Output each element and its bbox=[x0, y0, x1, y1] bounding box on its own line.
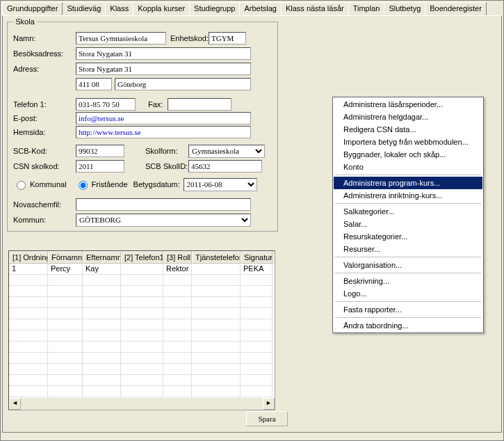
cell bbox=[192, 319, 241, 330]
tab-klass[interactable]: Klass bbox=[105, 2, 133, 15]
cell bbox=[121, 386, 163, 397]
school-settings-window: GrunduppgifterStudievägKlassKoppla kurse… bbox=[0, 0, 504, 441]
table-row[interactable] bbox=[9, 286, 275, 297]
label-scbkod: SCB-Kod: bbox=[13, 147, 76, 155]
cell: Percy bbox=[48, 264, 83, 275]
scroll-left-button[interactable]: ◄ bbox=[9, 398, 21, 410]
cell bbox=[163, 286, 192, 297]
table-row[interactable] bbox=[9, 308, 275, 319]
col-header[interactable]: [3] Roll bbox=[163, 251, 192, 264]
cell bbox=[241, 319, 273, 330]
menu-item[interactable]: Fasta rapporter... bbox=[334, 303, 482, 316]
menu-item[interactable]: Redigera CSN data... bbox=[334, 123, 482, 136]
menu-item[interactable]: Administrera program-kurs... bbox=[334, 177, 482, 189]
col-header[interactable]: Signatur bbox=[241, 251, 273, 264]
label-hemsida: Hemsida: bbox=[13, 128, 76, 136]
table-row[interactable] bbox=[9, 375, 275, 386]
betygsdatum-select[interactable]: 2011-06-08 bbox=[184, 178, 257, 191]
cell bbox=[48, 353, 83, 364]
menu-item[interactable]: Salkategorier... bbox=[334, 205, 482, 218]
scbskolid-field[interactable] bbox=[188, 160, 262, 173]
besoksadress-field[interactable] bbox=[76, 47, 251, 60]
ort-field[interactable] bbox=[115, 78, 251, 90]
csn-field[interactable] bbox=[76, 160, 124, 173]
tab-koppla-kurser[interactable]: Koppla kurser bbox=[133, 2, 190, 15]
kommun-select[interactable]: GÖTEBORG bbox=[76, 214, 251, 227]
table-row[interactable] bbox=[9, 386, 275, 397]
tab-klass-n-sta-l-s-r[interactable]: Klass nästa läsår bbox=[281, 2, 349, 15]
menu-item[interactable]: Importera betyg från webbmodulen... bbox=[334, 136, 482, 148]
cell bbox=[121, 297, 163, 308]
cell bbox=[192, 330, 241, 342]
menu-item[interactable]: Valorganisation... bbox=[334, 259, 482, 271]
telefon1-field[interactable] bbox=[76, 98, 136, 111]
cell bbox=[241, 342, 273, 353]
scroll-track[interactable] bbox=[21, 398, 263, 410]
cell bbox=[9, 364, 48, 375]
table-row[interactable] bbox=[9, 353, 275, 364]
cell bbox=[121, 286, 163, 297]
cell bbox=[241, 375, 273, 386]
menu-item[interactable]: Logo... bbox=[334, 287, 482, 300]
menu-item[interactable]: Administrera läsårsperioder... bbox=[334, 98, 482, 111]
novaschemfil-field[interactable] bbox=[76, 198, 251, 211]
col-header[interactable]: Tjänstetelefon bbox=[192, 251, 241, 264]
tab-arbetslag[interactable]: Arbetslag bbox=[239, 2, 281, 15]
menu-item[interactable]: Salar... bbox=[334, 218, 482, 230]
postnr-field[interactable] bbox=[76, 78, 112, 90]
cell bbox=[241, 297, 273, 308]
table-row[interactable] bbox=[9, 319, 275, 330]
radio-kommunal[interactable]: Kommunal bbox=[13, 179, 67, 190]
table-row[interactable] bbox=[9, 275, 275, 286]
scroll-right-button[interactable]: ► bbox=[263, 398, 275, 410]
table-header: [1] OrdningFörnamnEfternamn[2] Telefon1[… bbox=[9, 251, 275, 264]
cell bbox=[9, 386, 48, 397]
col-header[interactable]: [1] Ordning bbox=[9, 251, 48, 264]
tab-slutbetyg[interactable]: Slutbetyg bbox=[384, 2, 425, 15]
cell bbox=[48, 297, 83, 308]
menu-item[interactable]: Ändra tabordning... bbox=[334, 319, 482, 332]
radio-fristaende[interactable]: Fristående bbox=[75, 179, 128, 190]
menu-item[interactable]: Resurskategorier... bbox=[334, 230, 482, 243]
fax-field[interactable] bbox=[168, 98, 231, 111]
skolform-select[interactable]: Gymnasieskola bbox=[188, 145, 265, 158]
cell bbox=[121, 364, 163, 375]
tab-boenderegister[interactable]: Boenderegister bbox=[425, 2, 487, 15]
tab-grunduppgifter[interactable]: Grunduppgifter bbox=[2, 2, 63, 15]
menu-item[interactable]: Resurser... bbox=[334, 243, 482, 255]
table-row[interactable] bbox=[9, 364, 275, 375]
menu-item[interactable]: Administrera inriktning-kurs... bbox=[334, 189, 482, 202]
cell bbox=[163, 308, 192, 319]
cell bbox=[241, 386, 273, 397]
col-header[interactable]: Förnamn bbox=[48, 251, 83, 264]
cell bbox=[121, 330, 163, 342]
menu-item[interactable]: Byggnader, lokaler och skåp... bbox=[334, 148, 482, 161]
cell bbox=[48, 286, 83, 297]
tab-studiegrupp[interactable]: Studiegrupp bbox=[189, 2, 240, 15]
table-row[interactable] bbox=[9, 297, 275, 308]
h-scrollbar[interactable]: ◄ ► bbox=[9, 398, 275, 410]
scbkod-field[interactable] bbox=[76, 145, 124, 157]
cell bbox=[241, 286, 273, 297]
menu-item[interactable]: Konto bbox=[334, 161, 482, 173]
col-header[interactable]: Efternamn bbox=[83, 251, 121, 264]
adress-field[interactable] bbox=[76, 63, 251, 75]
tab-studiev-g[interactable]: Studieväg bbox=[62, 2, 106, 15]
col-header[interactable]: [2] Telefon1 bbox=[121, 251, 163, 264]
table-row[interactable]: 1PercyKayRektorPEKA bbox=[9, 264, 275, 275]
namn-field[interactable] bbox=[76, 32, 166, 45]
table-row[interactable] bbox=[9, 342, 275, 353]
menu-item[interactable]: Beskrivning... bbox=[334, 275, 482, 287]
cell bbox=[241, 330, 273, 342]
hemsida-field[interactable] bbox=[76, 126, 251, 138]
enhetskod-field[interactable] bbox=[209, 32, 246, 45]
cell bbox=[121, 308, 163, 319]
menu-item[interactable]: Administrera helgdagar... bbox=[334, 111, 482, 123]
epost-field[interactable] bbox=[76, 112, 251, 125]
tab-timplan[interactable]: Timplan bbox=[348, 2, 385, 15]
cell bbox=[163, 386, 192, 397]
cell bbox=[192, 364, 241, 375]
save-button[interactable]: Spara bbox=[246, 411, 288, 426]
cell bbox=[121, 342, 163, 353]
table-row[interactable] bbox=[9, 330, 275, 342]
